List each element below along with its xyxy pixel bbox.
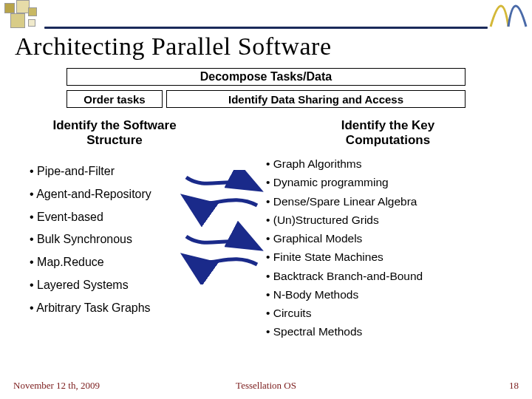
footer-date: November 12 th, 2009 [13, 380, 100, 392]
corner-pattern-icon [0, 0, 52, 30]
list-item: • Graphical Models [266, 230, 514, 247]
software-structure-list: • Pipe-and-Filter • Agent-and-Repository… [30, 163, 192, 322]
bidirectional-arrows-icon [177, 170, 266, 284]
list-item: • Circuits [266, 304, 514, 321]
label-key-computations: Identify the Key Computations [310, 118, 466, 147]
box-identify-data: Identify Data Sharing and Access [166, 90, 466, 108]
top-bar [0, 0, 532, 28]
list-item: • Dynamic programming [266, 174, 514, 191]
box-order-tasks: Order tasks [66, 90, 163, 108]
list-item: • Spectral Methods [266, 323, 514, 340]
list-item: • Layered Systems [30, 276, 192, 295]
slide-title: Architecting Parallel Software [15, 33, 332, 61]
list-item: • Backtrack Branch-and-Bound [266, 267, 514, 284]
list-item: • Event-based [30, 208, 192, 227]
page-number: 18 [509, 380, 519, 392]
footer-title: Tessellation OS [236, 380, 296, 392]
list-item: • Pipe-and-Filter [30, 163, 192, 181]
key-computations-list: • Graph Algorithms • Dynamic programming… [266, 155, 514, 342]
list-item: • Dense/Spare Linear Algebra [266, 193, 514, 210]
horizontal-rule [44, 27, 488, 29]
list-item: • Agent-and-Repository [30, 185, 192, 204]
label-software-structure: Identify the Software Structure [41, 118, 188, 147]
footer: November 12 th, 2009 Tessellation OS 18 [13, 380, 519, 392]
list-item: • Arbitrary Task Graphs [30, 299, 192, 318]
list-item: • Bulk Synchronous [30, 231, 192, 249]
slide: Architecting Parallel Software Decompose… [0, 0, 532, 399]
list-item: • Map.Reduce [30, 253, 192, 272]
list-item: • Graph Algorithms [266, 155, 514, 172]
list-item: • (Un)Structured Grids [266, 211, 514, 228]
box-decompose: Decompose Tasks/Data [66, 68, 466, 86]
logo-icon [489, 1, 528, 28]
list-item: • Finite State Machines [266, 248, 514, 265]
list-item: • N-Body Methods [266, 286, 514, 303]
